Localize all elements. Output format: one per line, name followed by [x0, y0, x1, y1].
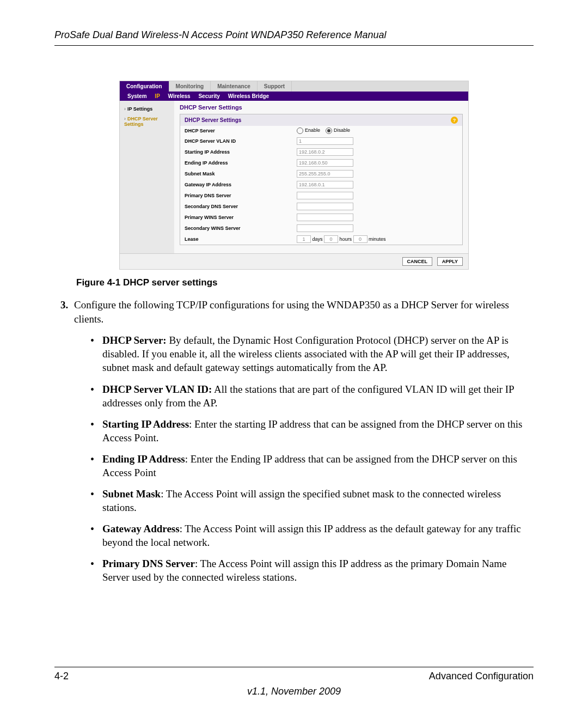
- panel-title: DHCP Server Settings: [185, 117, 241, 123]
- bullet-label: Primary DNS Server: [102, 558, 195, 569]
- label-enable: Enable: [305, 127, 320, 133]
- help-icon[interactable]: ?: [451, 117, 458, 124]
- footer-section: Advanced Configuration: [429, 671, 534, 682]
- bullet-item: Gateway Address: The Access Point will a…: [90, 522, 534, 549]
- step-list: Configure the following TCP/IP configura…: [60, 298, 534, 584]
- input-primary-dns[interactable]: [297, 192, 353, 199]
- unit-minutes: minutes: [369, 236, 386, 242]
- sidebar-item-label: DHCP Server Settings: [124, 116, 158, 127]
- input-start-ip[interactable]: [297, 148, 353, 156]
- footer-version: v1.1, November 2009: [54, 686, 534, 697]
- input-lease-days[interactable]: [297, 235, 311, 243]
- sidebar-item-dhcp-server-settings[interactable]: ›DHCP Server Settings: [120, 114, 174, 129]
- subtab-wireless[interactable]: Wireless: [165, 93, 194, 99]
- settings-panel: DHCP Server Settings ? DHCP Server Enabl…: [180, 114, 463, 245]
- input-primary-wins[interactable]: [297, 214, 353, 221]
- bullet-item: Primary DNS Server: The Access Point wil…: [90, 557, 534, 584]
- bullet-label: Subnet Mask: [102, 488, 161, 500]
- tab-support[interactable]: Support: [258, 81, 292, 92]
- unit-days: days: [312, 236, 322, 242]
- bullet-item: Ending IP Address: Enter the Ending IP a…: [90, 452, 534, 479]
- step-3-text: Configure the following TCP/IP configura…: [74, 299, 509, 325]
- bullet-text: : The Access Point will assign the speci…: [102, 488, 501, 513]
- content-area: DHCP Server Settings DHCP Server Setting…: [174, 101, 468, 253]
- label-gateway: Gateway IP Address: [180, 179, 292, 190]
- tab-maintenance[interactable]: Maintenance: [211, 81, 258, 92]
- bullet-item: DHCP Server VLAN ID: All the stations th…: [90, 382, 534, 410]
- input-lease-hours[interactable]: [324, 235, 338, 243]
- input-gateway[interactable]: [297, 181, 353, 188]
- subtab-security[interactable]: Security: [195, 93, 223, 99]
- main-tabbar: Configuration Monitoring Maintenance Sup…: [120, 81, 468, 92]
- label-secondary-wins: Secondary WINS Server: [180, 223, 292, 234]
- radio-disable[interactable]: [326, 127, 332, 134]
- unit-hours: hours: [340, 236, 352, 242]
- bullet-label: Gateway Address: [102, 523, 180, 534]
- bullet-label: DHCP Server VLAN ID:: [102, 384, 212, 395]
- radio-enable[interactable]: [297, 127, 303, 134]
- dhcp-screenshot: Configuration Monitoring Maintenance Sup…: [119, 81, 469, 270]
- sidebar-item-ip-settings[interactable]: ›IP Settings: [120, 104, 174, 114]
- label-disable: Disable: [334, 127, 350, 133]
- bullet-list: DHCP Server: By default, the Dynamic Hos…: [90, 333, 534, 584]
- button-bar: CANCEL APPLY: [120, 253, 468, 269]
- input-end-ip[interactable]: [297, 159, 353, 167]
- running-header: ProSafe Dual Band Wireless-N Access Poin…: [54, 29, 534, 46]
- subtab-system[interactable]: System: [124, 93, 150, 99]
- tab-configuration[interactable]: Configuration: [120, 81, 169, 92]
- left-sidebar: ›IP Settings ›DHCP Server Settings: [120, 101, 174, 253]
- label-vlan-id: DHCP Server VLAN ID: [180, 136, 292, 147]
- label-dhcp-server: DHCP Server: [180, 126, 292, 136]
- apply-button[interactable]: APPLY: [437, 257, 463, 266]
- input-lease-minutes[interactable]: [353, 235, 367, 243]
- label-end-ip: Ending IP Address: [180, 157, 292, 168]
- bullet-label: Starting IP Address: [102, 418, 189, 430]
- label-primary-dns: Primary DNS Server: [180, 190, 292, 201]
- input-secondary-wins[interactable]: [297, 224, 353, 232]
- bullet-item: DHCP Server: By default, the Dynamic Hos…: [90, 333, 534, 374]
- input-vlan-id[interactable]: [297, 137, 353, 145]
- footer-page-number: 4-2: [54, 671, 69, 682]
- bullet-label: Ending IP Address: [102, 453, 185, 465]
- input-secondary-dns[interactable]: [297, 203, 353, 210]
- bullet-label: DHCP Server:: [102, 334, 167, 346]
- figure-caption: Figure 4-1 DHCP server settings: [76, 277, 534, 288]
- tab-monitoring[interactable]: Monitoring: [169, 81, 211, 92]
- label-subnet-mask: Subnet Mask: [180, 168, 292, 179]
- sub-tabbar: System IP Wireless Security Wireless Bri…: [120, 92, 468, 101]
- page-footer: 4-2 Advanced Configuration v1.1, Novembe…: [54, 667, 534, 682]
- bullet-item: Subnet Mask: The Access Point will assig…: [90, 487, 534, 514]
- cancel-button[interactable]: CANCEL: [402, 257, 433, 266]
- bullet-item: Starting IP Address: Enter the starting …: [90, 417, 534, 445]
- content-title: DHCP Server Settings: [180, 104, 463, 111]
- label-primary-wins: Primary WINS Server: [180, 212, 292, 223]
- input-subnet-mask[interactable]: [297, 170, 353, 178]
- subtab-ip[interactable]: IP: [151, 93, 163, 99]
- subtab-wireless-bridge[interactable]: Wireless Bridge: [225, 93, 273, 99]
- label-start-ip: Starting IP Address: [180, 147, 292, 157]
- label-lease: Lease: [180, 234, 292, 245]
- label-secondary-dns: Secondary DNS Server: [180, 201, 292, 212]
- sidebar-item-label: IP Settings: [127, 106, 152, 112]
